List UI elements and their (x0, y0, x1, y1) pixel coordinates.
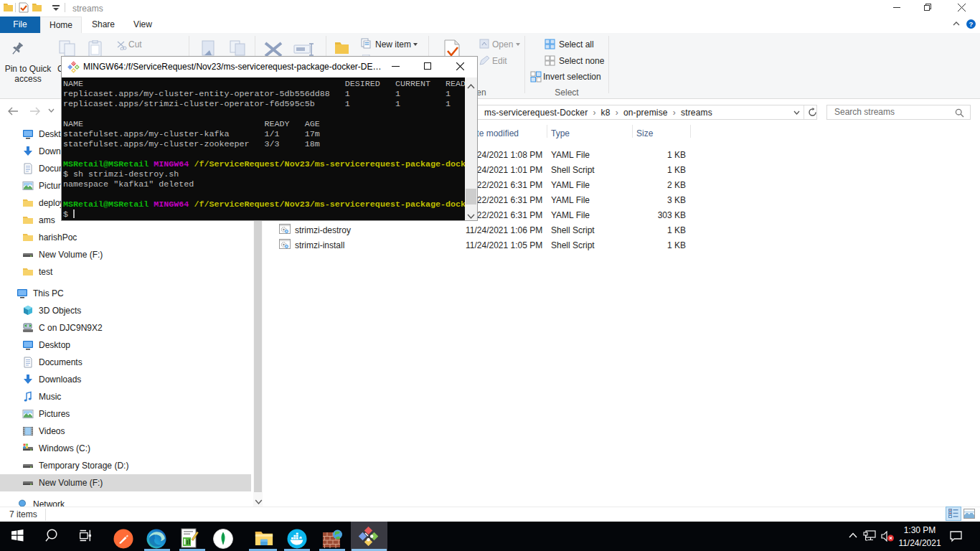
svg-text:?: ? (969, 20, 974, 28)
